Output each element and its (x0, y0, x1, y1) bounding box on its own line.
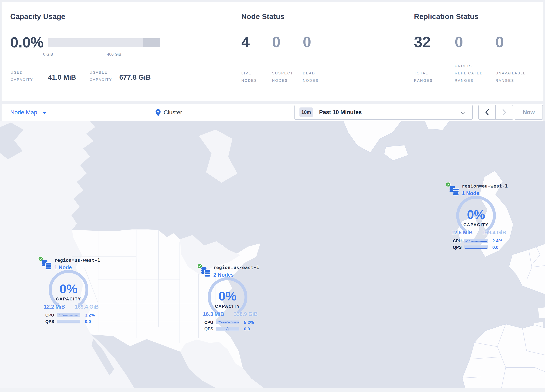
region-label: region=us-west-1 (54, 257, 100, 263)
cpu-label: CPU (45, 313, 57, 317)
breadcrumb-label: Cluster (164, 109, 182, 116)
cpu-value: 3.2% (85, 312, 95, 317)
live-nodes-label: LIVE NODES (241, 70, 264, 84)
total-capacity-value: 169.4 GiB (75, 304, 99, 310)
live-nodes-value: 4 (241, 34, 264, 50)
total-ranges-value: 32 (414, 34, 448, 50)
qps-sparkline (57, 320, 80, 324)
qps-label: QPS (204, 327, 216, 331)
capacity-percent: 0.0% (10, 34, 44, 51)
location-pin-icon (155, 109, 161, 116)
used-capacity-label: USED CAPACITY (11, 69, 38, 83)
qps-label: QPS (45, 319, 57, 324)
time-range-selector[interactable]: 10m Past 10 Minutes (294, 105, 473, 120)
gauge-percent: 0% (454, 207, 498, 222)
usable-capacity-value: 677.8 GiB (119, 73, 151, 81)
dead-nodes-value: 0 (303, 34, 326, 50)
qps-sparkline (216, 327, 239, 331)
suspect-nodes-value: 0 (272, 34, 295, 50)
node-status-title: Node Status (241, 12, 285, 21)
unavailable-ranges-label: UNAVAILABLE RANGES (495, 70, 530, 84)
cpu-sparkline (464, 239, 488, 243)
qps-value: 0.0 (244, 326, 250, 331)
qps-value: 0.0 (492, 245, 498, 250)
capacity-bar (48, 38, 160, 47)
cpu-value: 5.2% (244, 320, 254, 325)
view-selector-dropdown[interactable]: Node Map (10, 104, 46, 121)
chevron-down-icon (43, 112, 46, 114)
axis-tick (48, 49, 48, 51)
node-count-link[interactable]: 1 Node (462, 190, 508, 196)
capacity-usage-title: Capacity Usage (10, 12, 65, 21)
map-footer-strip (0, 388, 545, 392)
previous-timespan-button[interactable] (479, 105, 496, 119)
database-stack-icon (42, 260, 52, 270)
used-capacity-value: 41.0 MiB (48, 73, 76, 81)
region-label: region=us-east-1 (213, 265, 259, 271)
used-capacity-value: 12.5 MiB (451, 230, 472, 236)
view-selector-label: Node Map (10, 109, 37, 116)
now-button[interactable]: Now (515, 105, 543, 120)
dead-nodes-label: DEAD NODES (303, 70, 326, 84)
axis-tick (147, 49, 147, 51)
gauge-label: CAPACITY (206, 304, 249, 309)
tick-label-0: 0 GiB (36, 52, 61, 57)
next-timespan-button[interactable] (496, 105, 513, 119)
tick-label-400: 400 GiB (102, 52, 127, 57)
region-marker-us-east-1[interactable]: region=us-east-1 2 Nodes 0% CAPACITY 16.… (195, 263, 260, 333)
used-capacity-value: 12.2 MiB (44, 304, 65, 310)
replication-status-title: Replication Status (414, 12, 478, 21)
chevron-left-icon (485, 109, 489, 115)
region-marker-eu-west-1[interactable]: region=eu-west-1 1 Node 0% CAPACITY 12.5… (443, 182, 509, 251)
database-stack-icon (449, 185, 459, 196)
capacity-bar-other-segment (143, 38, 160, 47)
qps-label: QPS (453, 245, 464, 250)
chevron-down-icon (460, 112, 465, 114)
total-ranges-label: TOTAL RANGES (414, 70, 448, 84)
cpu-sparkline (216, 321, 239, 324)
region-marker-us-west-1[interactable]: region=us-west-1 1 Node 0% CAPACITY 12.2… (36, 256, 101, 326)
cpu-label: CPU (453, 239, 464, 243)
gauge-percent: 0% (47, 282, 91, 296)
database-stack-icon (201, 267, 211, 277)
cluster-summary-panel: Capacity Usage Node Status Replication S… (2, 2, 543, 101)
node-count-link[interactable]: 1 Node (54, 264, 100, 271)
breadcrumb[interactable]: Cluster (155, 104, 182, 121)
total-capacity-value: 169.4 GiB (482, 230, 506, 236)
gauge-label: CAPACITY (47, 297, 91, 301)
usable-capacity-label: USABLE CAPACITY (90, 69, 117, 83)
used-capacity-value: 16.3 MiB (203, 311, 224, 317)
map-toolbar: Node Map Cluster 10m Past 10 Minutes Now (2, 104, 543, 121)
cpu-sparkline (57, 313, 80, 317)
time-range-label: Past 10 Minutes (319, 109, 362, 116)
gauge-label: CAPACITY (454, 223, 498, 227)
chevron-right-icon (502, 109, 506, 115)
qps-value: 0.0 (85, 319, 91, 324)
total-capacity-value: 338.9 GiB (234, 311, 258, 317)
cpu-value: 2.4% (492, 238, 502, 243)
qps-sparkline (464, 245, 488, 249)
world-map (0, 121, 545, 388)
time-range-badge: 10m (299, 107, 313, 117)
axis-tick (114, 49, 114, 51)
axis-tick (81, 49, 81, 51)
time-window-nav (478, 105, 513, 120)
region-label: region=eu-west-1 (462, 183, 508, 189)
node-count-link[interactable]: 2 Nodes (213, 272, 259, 278)
cpu-label: CPU (204, 320, 216, 325)
suspect-nodes-label: SUSPECT NODES (272, 70, 295, 84)
gauge-percent: 0% (206, 289, 249, 303)
node-map[interactable]: region=us-west-1 1 Node 0% CAPACITY 12.2… (0, 121, 545, 388)
under-replicated-value: 0 (455, 34, 489, 50)
under-replicated-label: UNDER-REPLICATED RANGES (455, 62, 489, 84)
unavailable-ranges-value: 0 (495, 34, 530, 50)
